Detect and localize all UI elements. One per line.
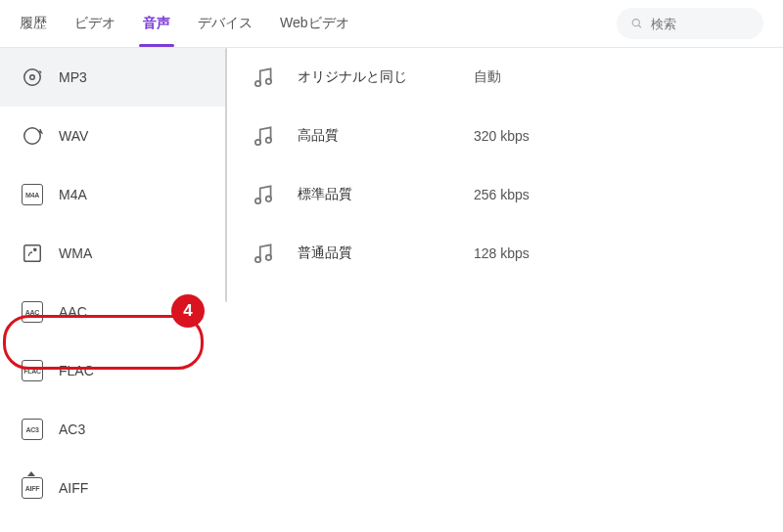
quality-rate: 256 kbps <box>474 187 530 202</box>
quality-row-original[interactable]: オリジナルと同じ 自動 <box>227 48 783 107</box>
tab-web-video[interactable]: Webビデオ <box>280 0 349 47</box>
format-label: FLAC <box>59 363 94 378</box>
format-label: AIFF <box>59 480 88 496</box>
svg-point-11 <box>255 199 260 203</box>
format-label: WAV <box>59 128 88 144</box>
quality-name: オリジナルと同じ <box>298 68 474 86</box>
svg-point-8 <box>266 79 271 84</box>
tab-video[interactable]: ビデオ <box>74 0 115 47</box>
svg-point-6 <box>34 248 36 250</box>
quality-rate: 128 kbps <box>474 245 530 261</box>
search-box[interactable] <box>617 8 763 39</box>
format-label: AC3 <box>59 421 85 437</box>
format-label: M4A <box>59 187 87 202</box>
tab-history[interactable]: 履歴 <box>20 0 47 47</box>
top-bar: 履歴 ビデオ 音声 デバイス Webビデオ <box>0 0 783 47</box>
music-note-icon <box>251 65 276 90</box>
scrollbar-thumb[interactable] <box>225 48 227 302</box>
svg-point-2 <box>24 69 41 86</box>
svg-point-12 <box>266 197 271 201</box>
format-item-mp3[interactable]: MP3 <box>0 48 227 107</box>
format-label: AAC <box>59 304 87 320</box>
svg-line-1 <box>638 25 641 28</box>
wav-icon <box>22 125 43 147</box>
format-item-ac3[interactable]: AC3 AC3 <box>0 400 227 459</box>
aac-icon: AAC <box>22 301 43 323</box>
music-note-icon <box>251 182 276 207</box>
format-item-wma[interactable]: WMA <box>0 224 227 283</box>
flac-icon: FLAC <box>22 360 43 381</box>
search-icon <box>630 16 643 31</box>
svg-point-13 <box>255 257 260 262</box>
svg-rect-5 <box>24 245 41 262</box>
format-item-aiff[interactable]: AIFF AIFF <box>0 459 227 517</box>
format-item-flac[interactable]: FLAC FLAC <box>0 341 227 400</box>
quality-name: 標準品質 <box>298 186 474 203</box>
format-item-m4a[interactable]: M4A M4A <box>0 165 227 224</box>
svg-point-7 <box>255 81 260 86</box>
search-input[interactable] <box>651 17 750 31</box>
quality-name: 普通品質 <box>298 244 474 262</box>
svg-point-4 <box>24 128 41 145</box>
quality-name: 高品質 <box>298 127 474 145</box>
svg-point-0 <box>632 20 639 26</box>
format-category-tabs: 履歴 ビデオ 音声 デバイス Webビデオ <box>20 0 349 47</box>
svg-point-14 <box>266 255 271 260</box>
ac3-icon: AC3 <box>22 419 43 440</box>
mp3-icon <box>22 66 43 88</box>
m4a-icon: M4A <box>22 184 43 205</box>
format-item-wav[interactable]: WAV <box>0 107 227 165</box>
format-sidebar: MP3 WAV M4A M4A WMA AAC AAC FLAC FLAC <box>0 48 227 532</box>
svg-point-10 <box>266 138 271 143</box>
tab-audio[interactable]: 音声 <box>143 0 170 47</box>
tab-device[interactable]: デバイス <box>198 0 253 47</box>
format-label: WMA <box>59 245 92 261</box>
wma-icon <box>22 243 43 264</box>
format-item-aac[interactable]: AAC AAC <box>0 283 227 341</box>
aiff-icon: AIFF <box>22 477 43 499</box>
music-note-icon <box>251 123 276 149</box>
music-note-icon <box>251 241 276 266</box>
quality-row-high[interactable]: 高品質 320 kbps <box>227 107 783 165</box>
quality-list: オリジナルと同じ 自動 高品質 320 kbps 標準品質 256 kbps 普… <box>227 48 783 532</box>
quality-rate: 320 kbps <box>474 128 530 144</box>
body: MP3 WAV M4A M4A WMA AAC AAC FLAC FLAC <box>0 48 783 532</box>
format-label: MP3 <box>59 69 87 85</box>
svg-point-3 <box>30 75 35 80</box>
quality-rate: 自動 <box>474 68 501 86</box>
quality-row-normal[interactable]: 普通品質 128 kbps <box>227 224 783 283</box>
svg-point-9 <box>255 140 260 145</box>
quality-row-standard[interactable]: 標準品質 256 kbps <box>227 165 783 224</box>
